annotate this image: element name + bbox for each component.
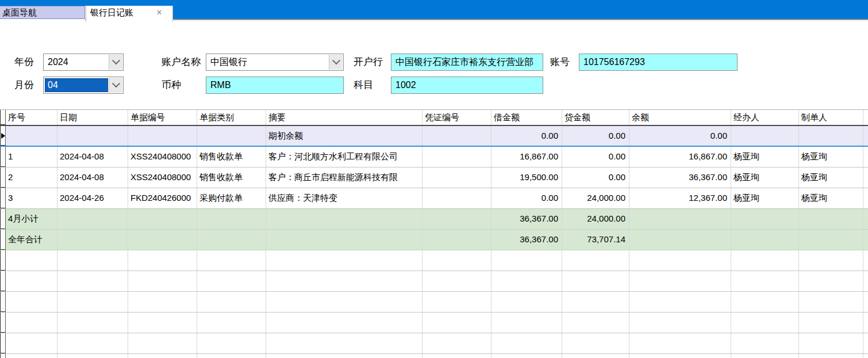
table-cell[interactable] [799,126,863,146]
table-cell[interactable]: 24,000.00 [562,188,629,208]
table-cell[interactable]: 销售收款单 [197,147,266,167]
table-cell[interactable] [57,313,128,333]
table-cell[interactable]: 16,867.00 [491,147,562,167]
table-cell[interactable] [423,292,491,312]
row-selector-cell[interactable] [0,313,6,333]
table-cell[interactable] [731,209,799,229]
table-cell[interactable]: 客户：商丘市启程新能源科技有限 [266,167,423,188]
table-cell[interactable]: 19,500.00 [491,167,562,188]
table-cell[interactable] [266,354,423,358]
row-selector-cell[interactable] [0,167,6,188]
column-header-9[interactable]: 余额 [629,110,731,125]
table-cell[interactable] [629,250,731,271]
table-cell[interactable]: 0.00 [562,167,629,188]
table-cell[interactable]: 1 [6,147,57,167]
account-name-input[interactable] [206,54,333,70]
currency-field[interactable] [206,77,344,94]
table-cell[interactable] [423,313,491,333]
table-cell[interactable] [629,333,731,353]
column-header-10[interactable]: 经办人 [731,110,799,125]
table-cell[interactable] [423,126,491,146]
table-cell[interactable] [266,271,423,291]
table-cell[interactable]: 期初余额 [266,126,423,146]
column-header-4[interactable]: 单据类别 [197,110,266,125]
table-cell[interactable] [562,313,629,333]
column-header-2[interactable]: 日期 [57,110,128,125]
table-cell[interactable]: 2024-04-26 [57,188,128,208]
tab-bank-daybook[interactable]: 银行日记账 × [86,6,173,22]
table-cell[interactable] [128,209,197,229]
table-cell[interactable] [128,354,197,358]
table-cell[interactable]: 杨亚珣 [799,167,863,188]
column-header-1[interactable]: 序号 [6,110,57,125]
month-select[interactable]: 04 [43,77,124,94]
table-cell[interactable]: 36,367.00 [491,230,562,250]
table-cell[interactable] [799,313,863,333]
table-cell[interactable] [423,250,491,271]
table-cell[interactable]: 0.00 [562,126,629,146]
table-cell[interactable] [731,230,799,250]
table-cell[interactable] [423,333,491,353]
table-cell[interactable]: 全年合计 [6,230,57,250]
table-cell[interactable] [128,271,197,291]
table-cell[interactable]: 0.00 [491,126,562,146]
table-cell[interactable] [423,167,491,188]
table-cell[interactable] [731,313,799,333]
table-cell[interactable] [799,250,863,271]
table-cell[interactable] [57,250,128,271]
table-cell[interactable] [731,333,799,353]
table-cell[interactable] [731,271,799,291]
table-cell[interactable] [423,209,491,229]
table-cell[interactable] [6,271,57,291]
table-cell[interactable] [266,333,423,353]
row-selector-cell[interactable] [0,126,6,146]
table-cell[interactable] [562,354,629,358]
table-cell[interactable] [128,230,197,250]
row-selector-cell[interactable] [0,333,6,353]
table-cell[interactable] [57,271,128,291]
table-cell[interactable] [266,292,423,312]
table-cell[interactable] [799,271,863,291]
column-header-6[interactable]: 凭证编号 [423,110,491,125]
table-cell[interactable]: XSS240408000 [128,167,197,188]
table-cell[interactable] [423,354,491,358]
table-cell[interactable]: 杨亚珣 [799,147,863,167]
table-cell[interactable]: 供应商：天津特变 [266,188,423,208]
table-cell[interactable] [799,209,863,229]
table-cell[interactable] [491,271,562,291]
table-cell[interactable] [57,333,128,353]
row-selector-cell[interactable] [0,292,6,312]
row-selector-cell[interactable] [0,147,6,167]
table-cell[interactable]: 36,367.00 [491,209,562,229]
table-cell[interactable] [6,126,57,146]
row-selector-cell[interactable] [0,188,6,208]
month-dropdown-button[interactable] [109,78,122,93]
table-cell[interactable]: 2024-04-08 [57,167,128,188]
table-cell[interactable] [491,250,562,271]
table-cell[interactable]: 2 [6,167,57,188]
table-cell[interactable]: 杨亚珣 [731,147,799,167]
table-cell[interactable]: 2024-04-08 [57,147,128,167]
table-cell[interactable]: XSS240408000 [128,147,197,167]
table-cell[interactable] [629,271,731,291]
table-cell[interactable] [799,333,863,353]
account-name-select[interactable] [206,54,344,71]
table-cell[interactable] [57,230,128,250]
account-name-dropdown-button[interactable] [329,55,343,70]
table-cell[interactable]: FKD240426000 [128,188,197,208]
table-cell[interactable]: 杨亚珣 [731,167,799,188]
column-header-11[interactable]: 制单人 [799,110,863,125]
table-cell[interactable] [128,333,197,353]
table-cell[interactable]: 24,000.00 [562,209,629,229]
table-cell[interactable] [266,313,423,333]
table-cell[interactable] [731,250,799,271]
table-cell[interactable] [197,354,266,358]
table-cell[interactable] [266,209,423,229]
account-no-field[interactable] [579,54,738,71]
table-cell[interactable]: 4月小计 [6,209,57,229]
bank-branch-field[interactable] [391,54,543,71]
column-header-5[interactable]: 摘要 [266,110,423,125]
year-dropdown-button[interactable] [109,55,122,70]
table-cell[interactable] [197,250,266,271]
column-header-7[interactable]: 借金额 [491,110,562,125]
